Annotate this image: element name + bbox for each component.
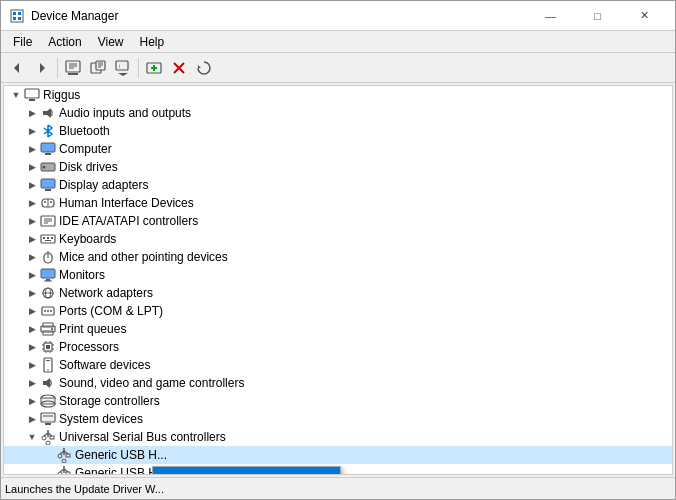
toolbar-separator-2 (138, 58, 139, 78)
menu-view[interactable]: View (90, 33, 132, 51)
tree-item-ports[interactable]: ▶ Ports (COM & LPT) (4, 302, 672, 320)
expand-keyboard[interactable]: ▶ (24, 231, 40, 247)
keyboard-icon (40, 231, 56, 247)
sound-icon (40, 375, 56, 391)
svg-rect-8 (68, 73, 78, 75)
tree-item-keyboard[interactable]: ▶ Keyboards (4, 230, 672, 248)
ide-label: IDE ATA/ATAPI controllers (59, 214, 198, 228)
expand-disk[interactable]: ▶ (24, 159, 40, 175)
menu-help[interactable]: Help (132, 33, 173, 51)
maximize-button[interactable]: □ (575, 1, 620, 31)
expand-display[interactable]: ▶ (24, 177, 40, 193)
svg-rect-35 (45, 189, 51, 191)
expand-usb[interactable]: ▼ (24, 429, 40, 445)
svg-rect-3 (13, 17, 16, 20)
minimize-button[interactable]: — (528, 1, 573, 31)
svg-rect-78 (46, 360, 50, 361)
tree-item-bluetooth[interactable]: ▶ Bluetooth (4, 122, 672, 140)
toolbar-back-button[interactable] (5, 56, 29, 80)
menu-bar: File Action View Help (1, 31, 675, 53)
svg-point-60 (47, 310, 49, 312)
print-icon (40, 321, 56, 337)
toolbar-add-button[interactable] (142, 56, 166, 80)
device-tree[interactable]: ▼ Riggus ▶ (3, 85, 673, 475)
tree-item-print[interactable]: ▶ Print queues (4, 320, 672, 338)
tree-item-usb-hub-1[interactable]: ▶ Generic USB H... (4, 446, 672, 464)
toolbar-remove-button[interactable] (167, 56, 191, 80)
ide-icon (40, 213, 56, 229)
svg-rect-46 (47, 237, 49, 239)
tree-item-hid[interactable]: ▶ Human Interface Devices (4, 194, 672, 212)
network-icon (40, 285, 56, 301)
tree-item-display[interactable]: ▶ Display adapters (4, 176, 672, 194)
tree-item-software[interactable]: ▶ Software devices (4, 356, 672, 374)
context-menu: Update driver Disable device Uninstall d… (152, 466, 341, 475)
tree-item-monitors[interactable]: ▶ Monitors (4, 266, 672, 284)
svg-rect-84 (41, 413, 55, 422)
menu-action[interactable]: Action (40, 33, 89, 51)
expand-mice[interactable]: ▶ (24, 249, 40, 265)
tree-item-system[interactable]: ▶ System devices (4, 410, 672, 428)
title-bar-controls: — □ ✕ (528, 1, 667, 31)
svg-point-59 (44, 310, 46, 312)
svg-rect-27 (29, 99, 35, 101)
tree-item-storage[interactable]: ▶ Storage controllers (4, 392, 672, 410)
svg-rect-31 (45, 153, 51, 155)
expand-root[interactable]: ▼ (8, 87, 24, 103)
svg-marker-80 (46, 378, 50, 388)
toolbar-refresh-button[interactable] (192, 56, 216, 80)
expand-sound[interactable]: ▶ (24, 375, 40, 391)
svg-rect-47 (51, 237, 53, 239)
tree-root[interactable]: ▼ Riggus (4, 86, 672, 104)
expand-audio[interactable]: ▶ (24, 105, 40, 121)
expand-processors[interactable]: ▶ (24, 339, 40, 355)
expand-print[interactable]: ▶ (24, 321, 40, 337)
svg-rect-85 (45, 423, 51, 425)
tree-item-audio[interactable]: ▶ Audio inputs and outputs (4, 104, 672, 122)
tree-item-mice[interactable]: ▶ Mice and other pointing devices (4, 248, 672, 266)
menu-file[interactable]: File (5, 33, 40, 51)
usb-hub-2-icon (56, 465, 72, 475)
title-bar: Device Manager — □ ✕ (1, 1, 675, 31)
svg-rect-17 (116, 61, 128, 70)
svg-marker-6 (40, 63, 45, 73)
close-button[interactable]: ✕ (622, 1, 667, 31)
expand-ports[interactable]: ▶ (24, 303, 40, 319)
toolbar-forward-button[interactable] (30, 56, 54, 80)
svg-point-77 (47, 369, 49, 371)
processor-icon (40, 339, 56, 355)
toolbar-update-button[interactable]: i (111, 56, 135, 80)
mice-label: Mice and other pointing devices (59, 250, 228, 264)
keyboard-label: Keyboards (59, 232, 116, 246)
tree-item-processors[interactable]: ▶ (4, 338, 672, 356)
expand-software[interactable]: ▶ (24, 357, 40, 373)
expand-computer[interactable]: ▶ (24, 141, 40, 157)
svg-rect-26 (25, 89, 39, 98)
expand-storage[interactable]: ▶ (24, 393, 40, 409)
toolbar-properties-button[interactable] (61, 56, 85, 80)
expand-network[interactable]: ▶ (24, 285, 40, 301)
usb-controllers-icon (40, 429, 56, 445)
tree-item-ide[interactable]: ▶ IDE ATA/ATAPI controllers (4, 212, 672, 230)
tree-item-computer[interactable]: ▶ Computer (4, 140, 672, 158)
context-menu-update-driver[interactable]: Update driver (153, 467, 340, 475)
expand-bluetooth[interactable]: ▶ (24, 123, 40, 139)
tree-item-network[interactable]: ▶ Network adapters (4, 284, 672, 302)
computer-device-icon (40, 141, 56, 157)
display-label: Display adapters (59, 178, 148, 192)
tree-item-sound[interactable]: ▶ Sound, video and game controllers (4, 374, 672, 392)
expand-ide[interactable]: ▶ (24, 213, 40, 229)
storage-label: Storage controllers (59, 394, 160, 408)
toolbar-separator-1 (57, 58, 58, 78)
tree-item-usb[interactable]: ▼ Universal Serial Bus controllers (4, 428, 672, 446)
svg-point-90 (42, 436, 46, 440)
system-label: System devices (59, 412, 143, 426)
expand-system[interactable]: ▶ (24, 411, 40, 427)
mice-icon (40, 249, 56, 265)
expand-hid[interactable]: ▶ (24, 195, 40, 211)
svg-point-96 (58, 454, 62, 458)
svg-rect-0 (11, 10, 23, 22)
toolbar-scan-button[interactable] (86, 56, 110, 80)
tree-item-disk[interactable]: ▶ Disk drives (4, 158, 672, 176)
expand-monitors[interactable]: ▶ (24, 267, 40, 283)
